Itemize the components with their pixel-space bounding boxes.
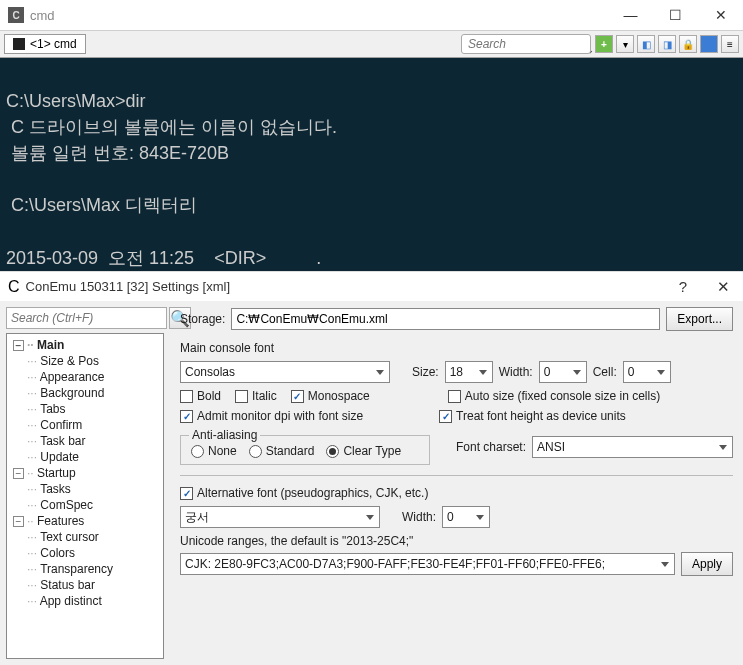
console-tab[interactable]: <1> cmd [4, 34, 86, 54]
collapse-icon[interactable]: − [13, 516, 24, 527]
treat-height-checkbox[interactable]: ✓Treat font height as device units [439, 409, 626, 423]
window-titlebar: C cmd — ☐ ✕ [0, 0, 743, 30]
unicode-ranges-combo[interactable]: CJK: 2E80-9FC3;AC00-D7A3;F900-FAFF;FE30-… [180, 553, 675, 575]
charset-label: Font charset: [456, 440, 526, 454]
tree-node-main[interactable]: −·· Main [9, 337, 161, 353]
settings-body: 🔍 −·· Main ··· Size & Pos ··· Appearance… [0, 301, 743, 665]
export-button[interactable]: Export... [666, 307, 733, 331]
unicode-ranges-hint: Unicode ranges, the default is "2013-25C… [180, 534, 733, 548]
tree-node-update[interactable]: ··· Update [9, 449, 161, 465]
help-button[interactable]: ? [663, 272, 703, 302]
width-label: Width: [499, 365, 533, 379]
tree-node-background[interactable]: ··· Background [9, 385, 161, 401]
font-width-combo[interactable]: 0 [539, 361, 587, 383]
maximize-button[interactable]: ☐ [653, 0, 698, 30]
settings-close-button[interactable]: ✕ [703, 272, 743, 302]
tree-node-task-bar[interactable]: ··· Task bar [9, 433, 161, 449]
alt-font-checkbox[interactable]: ✓Alternative font (pseudographics, CJK, … [180, 486, 428, 500]
alt-font-combo[interactable]: 궁서 [180, 506, 380, 528]
charset-combo[interactable]: ANSI [532, 436, 733, 458]
apply-button[interactable]: Apply [681, 552, 733, 576]
settings-tree[interactable]: −·· Main ··· Size & Pos ··· Appearance ·… [6, 333, 164, 659]
auto-size-checkbox[interactable]: Auto size (fixed console size in cells) [448, 389, 660, 403]
lock-icon[interactable]: 🔒 [679, 35, 697, 53]
tree-node-status-bar[interactable]: ··· Status bar [9, 577, 161, 593]
admit-dpi-checkbox[interactable]: ✓Admit monitor dpi with font size [180, 409, 363, 423]
tree-node-text-cursor[interactable]: ··· Text cursor [9, 529, 161, 545]
settings-sidebar: 🔍 −·· Main ··· Size & Pos ··· Appearance… [0, 301, 170, 665]
italic-checkbox[interactable]: Italic [235, 389, 277, 403]
font-name-combo[interactable]: Consolas [180, 361, 390, 383]
toolbar-search-input[interactable] [461, 34, 591, 54]
cell-label: Cell: [593, 365, 617, 379]
close-button[interactable]: ✕ [698, 0, 743, 30]
tree-node-tabs[interactable]: ··· Tabs [9, 401, 161, 417]
tree-node-confirm[interactable]: ··· Confirm [9, 417, 161, 433]
bold-checkbox[interactable]: Bold [180, 389, 221, 403]
tree-node-startup[interactable]: −·· Startup [9, 465, 161, 481]
collapse-icon[interactable]: − [13, 468, 24, 479]
toolbar: <1> cmd 🔍 + ▾ ◧ ◨ 🔒 ≡ [0, 30, 743, 58]
tree-node-transparency[interactable]: ··· Transparency [9, 561, 161, 577]
toolbar-btn-1[interactable]: ◧ [637, 35, 655, 53]
cmd-icon [13, 38, 25, 50]
new-console-button[interactable]: + [595, 35, 613, 53]
toolbar-btn-2[interactable]: ◨ [658, 35, 676, 53]
storage-label: Storage: [180, 312, 225, 326]
toolbar-btn-3[interactable] [700, 35, 718, 53]
tab-label: <1> cmd [30, 37, 77, 51]
main-font-header: Main console font [180, 341, 733, 355]
tree-search-input[interactable] [6, 307, 167, 329]
new-dropdown-button[interactable]: ▾ [616, 35, 634, 53]
tree-node-tasks[interactable]: ··· Tasks [9, 481, 161, 497]
app-icon: C [8, 7, 24, 23]
collapse-icon[interactable]: − [13, 340, 24, 351]
settings-title: ConEmu 150311 [32] Settings [xml] [26, 279, 663, 294]
alt-width-combo[interactable]: 0 [442, 506, 490, 528]
app-icon: C [8, 278, 20, 296]
tree-node-app-distinct[interactable]: ··· App distinct [9, 593, 161, 609]
tree-node-size-pos[interactable]: ··· Size & Pos [9, 353, 161, 369]
terminal-output[interactable]: C:\Users\Max>dir C 드라이브의 볼륨에는 이름이 없습니다. … [0, 58, 743, 271]
aa-standard-radio[interactable]: Standard [249, 444, 315, 458]
tree-node-features[interactable]: −·· Features [9, 513, 161, 529]
aa-cleartype-radio[interactable]: Clear Type [326, 444, 401, 458]
settings-main-panel: Storage: Export... Main console font Con… [170, 301, 743, 665]
settings-button[interactable]: ≡ [721, 35, 739, 53]
monospace-checkbox[interactable]: ✓Monospace [291, 389, 370, 403]
alt-width-label: Width: [402, 510, 436, 524]
tree-node-colors[interactable]: ··· Colors [9, 545, 161, 561]
font-size-combo[interactable]: 18 [445, 361, 493, 383]
font-cell-combo[interactable]: 0 [623, 361, 671, 383]
minimize-button[interactable]: — [608, 0, 653, 30]
aa-legend: Anti-aliasing [189, 428, 260, 442]
window-title: cmd [30, 8, 608, 23]
divider [180, 475, 733, 476]
storage-path-input[interactable] [231, 308, 660, 330]
tree-node-appearance[interactable]: ··· Appearance [9, 369, 161, 385]
settings-titlebar: C ConEmu 150311 [32] Settings [xml] ? ✕ [0, 271, 743, 301]
aa-none-radio[interactable]: None [191, 444, 237, 458]
size-label: Size: [412, 365, 439, 379]
tree-node-comspec[interactable]: ··· ComSpec [9, 497, 161, 513]
anti-aliasing-group: Anti-aliasing None Standard Clear Type [180, 435, 430, 465]
